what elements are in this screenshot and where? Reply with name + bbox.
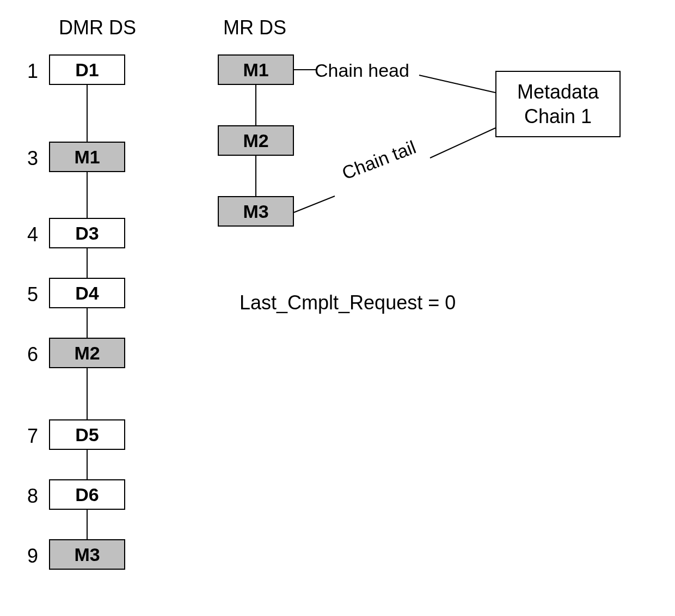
dmr-box-d3: D3 — [49, 218, 125, 248]
dmr-connector — [87, 450, 88, 479]
row-number: 7 — [22, 425, 38, 448]
mr-connector — [255, 85, 256, 125]
dmr-connector — [87, 172, 88, 218]
mr-box-m3: M3 — [218, 196, 294, 227]
dmr-box-m2: M2 — [49, 338, 125, 368]
row-number: 1 — [22, 60, 38, 83]
dmr-header: DMR DS — [59, 16, 136, 39]
dmr-box-d4: D4 — [49, 278, 125, 308]
dmr-connector — [87, 308, 88, 338]
dmr-box-d6: D6 — [49, 479, 125, 510]
diagram-root: DMR DS MR DS 1D13M14D35D46M27D58D69M3 M1… — [0, 0, 675, 616]
metadata-chain-box: Metadata Chain 1 — [495, 71, 621, 137]
mr-connector — [255, 156, 256, 196]
status-text: Last_Cmplt_Request = 0 — [240, 291, 456, 314]
row-number: 5 — [22, 283, 38, 306]
row-number: 6 — [22, 343, 38, 366]
svg-line-3 — [430, 128, 495, 158]
row-number: 4 — [22, 223, 38, 246]
mr-box-m2: M2 — [218, 125, 294, 156]
chain-tail-label: Chain tail — [339, 136, 419, 184]
dmr-box-m3: M3 — [49, 539, 125, 570]
mr-header: MR DS — [223, 16, 286, 39]
dmr-connector — [87, 248, 88, 278]
chain-head-label: Chain head — [315, 60, 409, 81]
dmr-box-d1: D1 — [49, 54, 125, 85]
dmr-connector — [87, 368, 88, 419]
dmr-box-d5: D5 — [49, 419, 125, 450]
dmr-box-m1: M1 — [49, 142, 125, 172]
mr-box-m1: M1 — [218, 54, 294, 85]
row-number: 8 — [22, 485, 38, 508]
row-number: 9 — [22, 545, 38, 568]
svg-line-2 — [294, 196, 335, 212]
metadata-chain-label: Metadata Chain 1 — [517, 81, 599, 127]
dmr-connector — [87, 510, 88, 539]
row-number: 3 — [22, 147, 38, 170]
svg-line-1 — [419, 75, 495, 93]
dmr-connector — [87, 85, 88, 142]
